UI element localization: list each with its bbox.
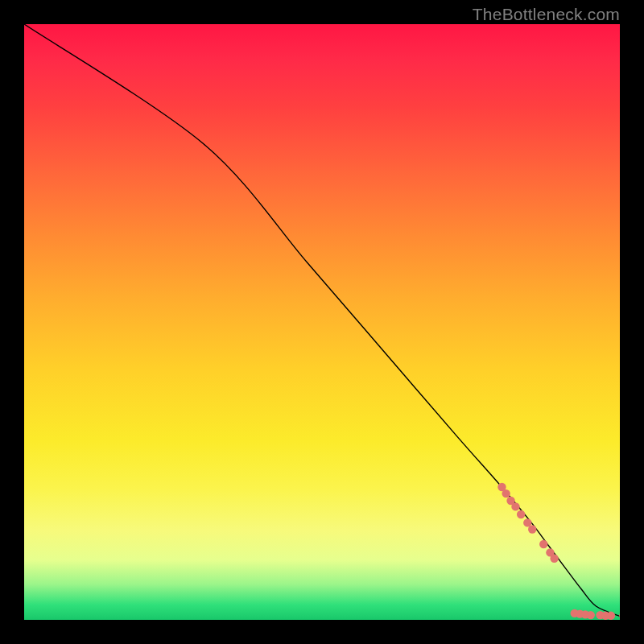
data-marker: [511, 502, 519, 510]
data-marker: [607, 612, 615, 620]
markers-group: [497, 483, 620, 620]
data-marker: [517, 510, 525, 518]
chart-frame: TheBottleneck.com: [0, 0, 644, 644]
attribution-label: TheBottleneck.com: [473, 5, 620, 24]
data-marker: [619, 612, 620, 620]
data-marker: [539, 540, 547, 548]
data-marker: [502, 489, 510, 497]
data-marker: [587, 611, 595, 619]
chart-svg: [24, 24, 620, 620]
data-marker: [550, 555, 558, 563]
plot-area: [24, 24, 620, 620]
data-marker: [528, 525, 536, 533]
